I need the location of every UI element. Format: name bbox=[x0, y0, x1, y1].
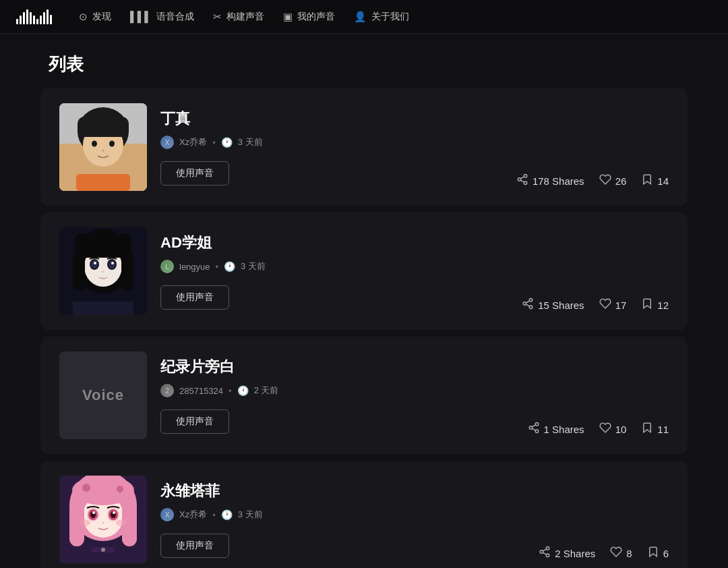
stat-likes-dinzhen: 26 bbox=[599, 173, 627, 188]
card-name-dinzhen: 丁真 bbox=[160, 109, 669, 129]
stat-shares-ad: 15 Shares bbox=[522, 297, 584, 312]
svg-point-43 bbox=[117, 486, 123, 492]
heart-icon-ad bbox=[599, 297, 611, 312]
shares-value-documentary: 1 Shares bbox=[544, 424, 584, 435]
card-name-yong: 永雏塔菲 bbox=[160, 481, 669, 501]
nav-label-my-voice: 我的声音 bbox=[297, 11, 335, 23]
clock-icon-yong: 🕐 bbox=[221, 509, 233, 520]
use-voice-btn-yong[interactable]: 使用声音 bbox=[160, 534, 229, 558]
svg-point-34 bbox=[529, 426, 533, 430]
share-icon-ad bbox=[522, 297, 534, 312]
shares-value-yong: 2 Shares bbox=[555, 548, 595, 559]
share-icon-dinzhen bbox=[516, 173, 528, 188]
svg-point-54 bbox=[80, 519, 90, 526]
card-stats-dinzhen: 178 Shares 26 14 bbox=[516, 173, 669, 188]
card-image-documentary: Voice bbox=[59, 351, 147, 439]
svg-point-28 bbox=[529, 299, 533, 302]
likes-value-dinzhen: 26 bbox=[615, 175, 627, 187]
card-meta-dinzhen: X Xz乔希 • 🕐 3 天前 bbox=[160, 136, 669, 149]
stat-shares-yong: 2 Shares bbox=[539, 546, 595, 561]
use-voice-btn-ad[interactable]: 使用声音 bbox=[160, 285, 229, 310]
bookmark-icon-yong bbox=[647, 546, 659, 561]
nav-item-voice-synthesis[interactable]: ▌▌▌ 语音合成 bbox=[130, 11, 194, 23]
nav-item-discover[interactable]: ⊙ 发现 bbox=[79, 11, 111, 23]
svg-line-31 bbox=[526, 304, 530, 306]
bookmark-icon-documentary bbox=[641, 422, 653, 436]
nav-label-discover: 发现 bbox=[92, 11, 111, 23]
svg-point-7 bbox=[102, 150, 104, 152]
card-dinzhen: 丁真 X Xz乔希 • 🕐 3 天前 使用声音 178 bbox=[40, 88, 688, 206]
svg-point-11 bbox=[524, 181, 527, 185]
card-name-ad: AD学姐 bbox=[160, 233, 669, 253]
svg-point-33 bbox=[535, 423, 539, 426]
heart-icon-documentary bbox=[599, 422, 611, 436]
author-name-dinzhen: Xz乔希 bbox=[179, 136, 207, 148]
svg-line-36 bbox=[532, 428, 535, 430]
svg-point-61 bbox=[547, 554, 550, 557]
svg-point-53 bbox=[113, 511, 115, 514]
author-avatar-dinzhen: X bbox=[160, 136, 174, 149]
svg-point-58 bbox=[101, 548, 105, 552]
card-meta-yong: X Xz乔希 • 🕐 3 天前 bbox=[160, 508, 669, 521]
svg-point-60 bbox=[541, 550, 544, 554]
svg-point-23 bbox=[109, 260, 115, 268]
share-icon-documentary bbox=[528, 422, 540, 436]
stat-bookmarks-documentary: 11 bbox=[641, 422, 669, 436]
nav-items: ⊙ 发现 ▌▌▌ 语音合成 ✂ 构建声音 ▣ 我的声音 👤 关于我们 bbox=[79, 11, 409, 23]
svg-point-29 bbox=[523, 302, 526, 306]
svg-point-41 bbox=[72, 476, 134, 505]
bookmark-icon-ad bbox=[641, 297, 653, 312]
navbar: ⊙ 发现 ▌▌▌ 语音合成 ✂ 构建声音 ▣ 我的声音 👤 关于我们 bbox=[0, 0, 728, 34]
svg-point-56 bbox=[102, 522, 104, 523]
shares-value-ad: 15 Shares bbox=[538, 300, 584, 311]
svg-point-42 bbox=[82, 484, 90, 492]
svg-point-55 bbox=[116, 519, 127, 526]
stat-likes-yong: 8 bbox=[610, 546, 632, 561]
nav-item-about[interactable]: 👤 关于我们 bbox=[354, 11, 409, 23]
nav-item-build-voice[interactable]: ✂ 构建声音 bbox=[213, 11, 264, 23]
build-voice-icon: ✂ bbox=[213, 11, 222, 23]
card-stats-documentary: 1 Shares 10 11 bbox=[528, 422, 669, 436]
page-title-area: 列表 bbox=[0, 34, 728, 88]
card-image-ad bbox=[59, 227, 147, 315]
stat-bookmarks-dinzhen: 14 bbox=[641, 173, 669, 188]
ad-portrait bbox=[59, 227, 147, 315]
stat-likes-ad: 17 bbox=[599, 297, 627, 312]
svg-point-5 bbox=[92, 141, 97, 147]
bookmarks-value-documentary: 11 bbox=[657, 424, 669, 435]
nav-item-my-voice[interactable]: ▣ 我的声音 bbox=[283, 11, 335, 23]
svg-rect-4 bbox=[78, 117, 129, 137]
nav-label-voice-synthesis: 语音合成 bbox=[156, 11, 194, 23]
svg-point-6 bbox=[109, 141, 115, 147]
svg-rect-8 bbox=[76, 174, 130, 191]
author-avatar-yong: X bbox=[160, 508, 174, 521]
my-voice-icon: ▣ bbox=[283, 11, 293, 23]
svg-line-63 bbox=[543, 549, 547, 551]
clock-icon-documentary: 🕐 bbox=[237, 385, 249, 396]
svg-rect-18 bbox=[73, 253, 85, 290]
use-voice-btn-documentary[interactable]: 使用声音 bbox=[160, 409, 229, 434]
card-yong: 永雏塔菲 X Xz乔希 • 🕐 3 天前 使用声音 2 bbox=[40, 461, 688, 568]
time-yong: 3 天前 bbox=[238, 509, 263, 521]
card-meta-documentary: 2 285715324 • 🕐 2 天前 bbox=[160, 384, 669, 397]
nav-label-about: 关于我们 bbox=[371, 11, 409, 23]
stat-shares-documentary: 1 Shares bbox=[528, 422, 584, 436]
discover-icon: ⊙ bbox=[79, 11, 88, 23]
svg-rect-19 bbox=[121, 253, 133, 290]
use-voice-btn-dinzhen[interactable]: 使用声音 bbox=[160, 161, 229, 186]
svg-point-52 bbox=[92, 511, 95, 514]
yong-portrait bbox=[59, 476, 147, 563]
dinzhen-portrait bbox=[59, 103, 147, 191]
svg-point-25 bbox=[111, 262, 114, 264]
about-icon: 👤 bbox=[354, 11, 367, 23]
shares-value-dinzhen: 178 Shares bbox=[533, 175, 584, 187]
page-title: 列表 bbox=[49, 53, 679, 76]
likes-value-ad: 17 bbox=[615, 300, 627, 311]
author-name-yong: Xz乔希 bbox=[179, 509, 207, 521]
logo[interactable] bbox=[16, 9, 52, 24]
svg-rect-27 bbox=[73, 302, 133, 315]
author-name-ad: lengyue bbox=[179, 262, 210, 272]
time-ad: 3 天前 bbox=[241, 260, 266, 273]
likes-value-yong: 8 bbox=[626, 548, 632, 559]
card-ad: AD学姐 L lengyue • 🕐 3 天前 使用声音 bbox=[40, 212, 688, 330]
